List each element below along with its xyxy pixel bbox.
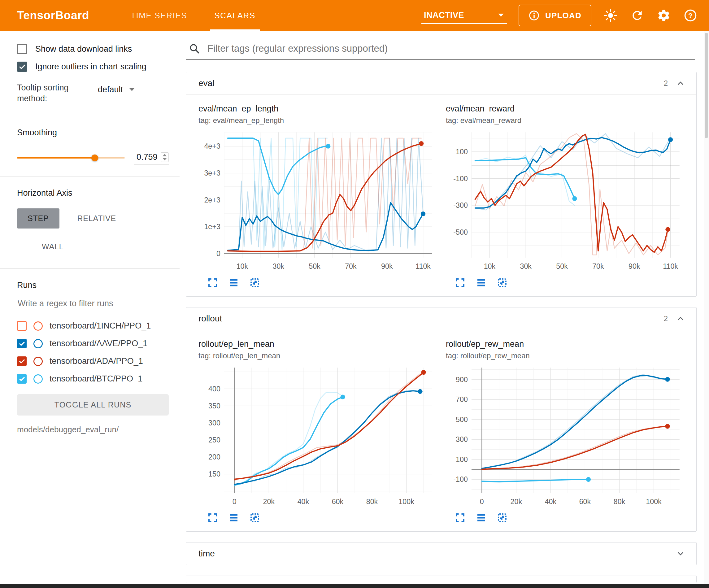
smoothing-value: 0.759 [136, 152, 158, 162]
smoothing-slider[interactable] [17, 157, 125, 158]
ignore-outliers-label: Ignore outliers in chart scaling [35, 62, 147, 72]
fullscreen-icon[interactable] [207, 512, 219, 525]
fullscreen-icon[interactable] [454, 277, 466, 289]
svg-text:30k: 30k [272, 262, 284, 270]
svg-text:-100: -100 [453, 175, 468, 183]
ignore-outliers-row[interactable]: Ignore outliers in chart scaling [17, 61, 169, 72]
ignore-outliers-checkbox[interactable] [17, 61, 27, 72]
runs-label: Runs [17, 281, 169, 290]
tag-filter-bar [186, 39, 695, 60]
search-icon [189, 43, 200, 54]
fit-domain-icon[interactable] [496, 512, 508, 525]
help-icon[interactable]: ? [683, 8, 698, 23]
svg-text:200: 200 [208, 453, 220, 461]
svg-text:50k: 50k [556, 262, 568, 270]
chart-title: rollout/ep_rew_mean [446, 339, 684, 349]
show-download-links-row[interactable]: Show data download links [17, 44, 169, 54]
chart-tag: tag: eval/mean_ep_length [199, 116, 437, 125]
chevron-down-icon [129, 88, 135, 92]
smoothing-stepper[interactable] [161, 152, 169, 162]
svg-text:70k: 70k [592, 262, 604, 270]
scrollbar-thumb[interactable] [705, 33, 708, 138]
svg-text:4e+3: 4e+3 [204, 142, 220, 150]
svg-text:250: 250 [208, 436, 220, 444]
divider [0, 176, 180, 177]
chart-tag: tag: eval/mean_reward [446, 116, 684, 125]
divider [0, 269, 180, 269]
run-item-btc[interactable]: tensorboard/BTC/PPO_1 [17, 374, 169, 384]
scalar-line-chart[interactable]: 10k30k50k70k90k110k100-100-300-500 [446, 128, 684, 275]
collapse-section-icon[interactable] [676, 314, 685, 323]
vertical-scrollbar[interactable] [704, 31, 709, 584]
run-color-ring [33, 322, 43, 331]
fullscreen-icon[interactable] [207, 277, 219, 289]
scalar-line-chart[interactable]: 10k30k50k70k90k110k01e+32e+33e+34e+3 [199, 128, 437, 275]
refresh-icon[interactable] [630, 8, 645, 23]
data-table-icon[interactable] [228, 277, 240, 289]
settings-icon[interactable] [656, 8, 671, 23]
svg-text:400: 400 [208, 385, 220, 393]
data-table-icon[interactable] [228, 512, 240, 525]
axis-wall-button[interactable]: WALL [37, 236, 68, 257]
fullscreen-icon[interactable] [454, 512, 466, 525]
svg-text:-300: -300 [453, 201, 468, 209]
toggle-all-runs-button[interactable]: TOGGLE ALL RUNS [17, 394, 169, 415]
fit-domain-icon[interactable] [496, 277, 508, 289]
expand-section-icon[interactable] [676, 549, 685, 558]
svg-text:700: 700 [456, 395, 468, 404]
status-dropdown[interactable]: INACTIVE [421, 7, 507, 24]
svg-text:?: ? [688, 11, 692, 20]
main-tabs: TIME SERIES SCALARS [126, 0, 278, 31]
section-card-time: time [186, 542, 697, 565]
runs-base-directory: models/debugged_eval_run/ [17, 425, 169, 434]
collapse-section-icon[interactable] [676, 79, 685, 88]
tag-filter-input[interactable] [207, 43, 692, 54]
axis-step-button[interactable]: STEP [17, 208, 59, 229]
svg-text:100: 100 [456, 456, 468, 463]
upload-button[interactable]: UPLOAD [519, 5, 592, 26]
tab-time-series[interactable]: TIME SERIES [126, 0, 191, 31]
run-item-1inch[interactable]: tensorboard/1INCH/PPO_1 [17, 321, 169, 331]
run-filter-input[interactable] [17, 297, 170, 313]
fit-domain-icon[interactable] [248, 277, 261, 289]
tooltip-sorting-value: default [98, 85, 123, 95]
svg-text:20k: 20k [263, 497, 275, 506]
data-table-icon[interactable] [475, 512, 487, 525]
dashboard-main: eval 2 eval/mean_ep_length tag: eval/mea… [180, 31, 709, 584]
data-table-icon[interactable] [475, 277, 487, 289]
svg-text:300: 300 [208, 419, 220, 427]
svg-text:100k: 100k [398, 497, 414, 506]
show-download-links-checkbox[interactable] [17, 44, 27, 54]
smoothing-slider-fill [17, 157, 95, 158]
svg-text:60k: 60k [332, 497, 344, 506]
run-checkbox[interactable] [17, 339, 27, 348]
section-header-time[interactable]: time [186, 542, 696, 565]
scalar-line-chart[interactable]: 020k40k60k80k100k-100100300500700900 [446, 363, 684, 511]
run-item-aave[interactable]: tensorboard/AAVE/PPO_1 [17, 339, 169, 348]
brightness-icon[interactable] [603, 8, 618, 23]
svg-text:80k: 80k [614, 497, 625, 506]
run-label: tensorboard/1INCH/PPO_1 [50, 321, 151, 331]
chart-tag: tag: rollout/ep_rew_mean [446, 352, 684, 360]
fit-domain-icon[interactable] [248, 512, 261, 525]
step-up-icon[interactable] [162, 154, 167, 156]
upload-label: UPLOAD [545, 11, 581, 21]
run-item-ada[interactable]: tensorboard/ADA/PPO_1 [17, 356, 169, 366]
tab-scalars[interactable]: SCALARS [210, 0, 260, 31]
section-header-eval[interactable]: eval 2 [186, 72, 696, 95]
section-card-rollout: rollout 2 rollout/ep_len_mean tag: rollo… [186, 307, 697, 532]
chart-panel-eval-mean-ep-length: eval/mean_ep_length tag: eval/mean_ep_le… [199, 103, 437, 289]
svg-text:110k: 110k [416, 262, 431, 270]
run-checkbox[interactable] [17, 356, 27, 366]
tooltip-sorting-dropdown[interactable]: default [96, 84, 136, 97]
scalar-line-chart[interactable]: 020k40k60k80k100k150200250300350400 [199, 363, 437, 511]
run-checkbox[interactable] [17, 374, 27, 384]
chart-panel-rollout-ep-rew-mean: rollout/ep_rew_mean tag: rollout/ep_rew_… [446, 338, 684, 525]
axis-relative-button[interactable]: RELATIVE [73, 208, 121, 229]
run-checkbox[interactable] [17, 321, 27, 331]
section-header-rollout[interactable]: rollout 2 [186, 307, 696, 330]
smoothing-slider-knob[interactable] [91, 154, 98, 161]
step-down-icon[interactable] [162, 158, 167, 160]
run-label: tensorboard/ADA/PPO_1 [50, 356, 143, 366]
smoothing-value-input[interactable]: 0.759 [134, 151, 169, 164]
